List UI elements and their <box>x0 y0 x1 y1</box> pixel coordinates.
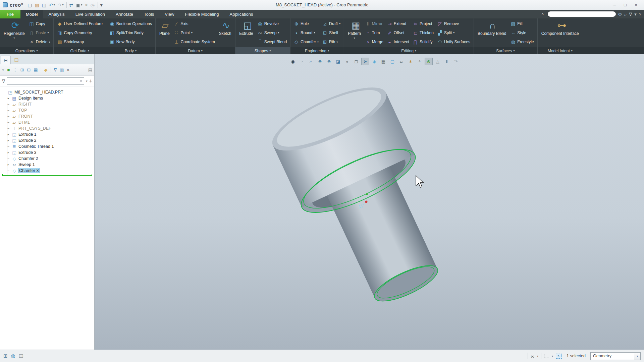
close-window-icon[interactable]: × <box>85 3 88 7</box>
hole-icon[interactable]: ⊚ Hole ▾ <box>292 21 320 27</box>
zoom-out-icon[interactable]: ⊖ <box>325 58 333 65</box>
project-icon[interactable]: ≋ Project ▾ <box>411 21 435 27</box>
tree-expand-icon[interactable]: ▸ <box>7 139 10 142</box>
tree-item[interactable]: ▸ ▤ Design Items <box>2 95 94 101</box>
tree-item[interactable]: – ▱ DTM1 <box>2 119 94 125</box>
annotation-display-icon[interactable]: ⌖ <box>416 58 424 65</box>
ribbon-group-label[interactable]: Surfaces ▾ <box>474 47 537 54</box>
unify-surfaces-icon[interactable]: ◠ Unify Surfaces ▾ <box>436 39 472 45</box>
customize-qat-icon[interactable]: ▾ <box>100 3 103 7</box>
sketch-icon[interactable]: ∿ Sketch ▾ <box>217 19 233 47</box>
more-options-dots-icon[interactable]: ⋮ <box>13 68 17 72</box>
message-log-icon[interactable]: ▤ <box>19 353 23 359</box>
tree-item[interactable]: – ⊥ PRT_CSYS_DEF <box>2 125 94 131</box>
datum-point-icon[interactable]: ∷ Point ▾ <box>172 30 216 36</box>
simulation-warning-icon[interactable]: △ <box>434 58 442 65</box>
trim-icon[interactable]: ◔ Trim ▾ <box>364 30 385 36</box>
round-icon[interactable]: ◗ Round ▾ <box>292 30 320 36</box>
maximize-button[interactable]: □ <box>621 2 630 8</box>
new-file-icon[interactable]: ▢ <box>28 3 32 7</box>
tree-expand-icon[interactable]: ▸ <box>7 163 10 166</box>
model-scope-icon[interactable]: ■ <box>7 68 10 72</box>
ribbon-group-label[interactable]: Operations ▾ <box>0 47 53 54</box>
regenerate-manager-icon[interactable]: ⇄ <box>69 3 73 7</box>
intersect-icon[interactable]: ◒ Intersect ▾ <box>385 39 411 45</box>
datum-axis-icon[interactable]: ∕ Axis ▾ <box>172 21 216 27</box>
tree-item[interactable]: – ▱ FRONT <box>2 113 94 119</box>
dropdown-arrow-icon[interactable]: ▾ <box>54 3 55 6</box>
shrinkwrap-icon[interactable]: ▧ Shrinkwrap ▾ <box>55 39 104 45</box>
minimize-button[interactable]: – <box>610 2 619 8</box>
datum-plane-icon[interactable]: ▱ Plane ▾ <box>157 19 172 47</box>
udf-library-icon[interactable]: ◆ <box>44 68 48 72</box>
socket-head-screw-model[interactable] <box>95 54 644 350</box>
split-icon[interactable]: ▞ Split ▾ <box>436 30 472 36</box>
folder-browser-tab[interactable]: ❏ <box>11 56 21 64</box>
chamfer-icon[interactable]: ◇ Chamfer ▾ <box>292 39 320 45</box>
find-options-arrow-icon[interactable]: ▾ <box>537 355 538 358</box>
dropdown-arrow-icon[interactable]: ▾ <box>81 3 82 6</box>
find-binoculars-icon[interactable]: ∞ <box>531 353 534 359</box>
saved-orientations-icon[interactable]: ◻ <box>352 58 360 65</box>
ribbon-group-label[interactable]: Engineering ▾ <box>290 47 343 54</box>
tree-item[interactable]: ▸ ◱ Extrude 1 <box>2 131 94 137</box>
overflow-icon[interactable]: » <box>67 68 69 72</box>
capture-image-icon[interactable]: ▦ <box>379 58 387 65</box>
tree-back-arrow-icon[interactable]: ▾ <box>2 68 4 72</box>
tree-item[interactable]: ▸ ∾ Sweep 1 <box>2 162 94 168</box>
dropdown-arrow-icon[interactable]: ▾ <box>62 3 63 6</box>
expand-all-icon[interactable]: ⊞ <box>20 68 24 72</box>
datum-display-icon[interactable]: ▱ <box>397 58 406 65</box>
revolve-icon[interactable]: ◎ Revolve ▾ <box>256 21 288 27</box>
display-filters-icon[interactable]: ◉ <box>289 58 297 65</box>
tab-file[interactable]: File <box>0 10 20 18</box>
close-button[interactable]: × <box>631 2 641 8</box>
collapse-all-icon[interactable]: ⊟ <box>27 68 31 72</box>
repaint-icon[interactable]: ◪ <box>334 58 342 65</box>
coordinate-system-icon[interactable]: ⊥ Coordinate System ▾ <box>172 39 216 45</box>
collapse-ribbon-icon[interactable]: ˄ <box>540 12 545 17</box>
open-file-icon[interactable]: ▨ <box>35 3 39 7</box>
copy-geometry-icon[interactable]: ◨ Copy Geometry ▾ <box>55 30 104 36</box>
filter-funnel-icon[interactable]: ∇ <box>629 12 632 16</box>
merge-icon[interactable]: ◑ Merge ▾ <box>364 39 385 45</box>
tab-model[interactable]: Model <box>20 10 43 18</box>
selection-filter-combo[interactable]: Geometry ▾ <box>590 352 641 360</box>
ribbon-group-label[interactable]: Body ▾ <box>106 47 155 54</box>
graphics-area[interactable]: ◉◔⌕⊕⊖◪●◻➤◈▦▢▱∗⌖⊛△‖↷ <box>95 54 644 350</box>
tree-expand-icon[interactable]: – <box>7 121 10 124</box>
section-view-icon[interactable]: ◈ <box>370 58 378 65</box>
add-filter-icon[interactable]: + <box>89 78 92 84</box>
display-style-icon[interactable]: ● <box>343 58 351 65</box>
tree-filters-icon[interactable]: ∇ <box>54 68 57 72</box>
zoom-in-icon[interactable]: ⊕ <box>316 58 324 65</box>
session-history-icon[interactable]: ◷ <box>91 3 95 7</box>
tree-expand-icon[interactable]: – <box>7 145 10 148</box>
tab-applications[interactable]: Applications <box>224 10 258 18</box>
delete-icon[interactable]: × Delete ▾ <box>28 39 52 45</box>
help-icon[interactable]: ? <box>639 12 641 16</box>
tree-expand-icon[interactable]: ▸ <box>7 97 10 100</box>
tree-item[interactable]: ◳ M8_SOCKET_HEAD.PRT <box>2 89 94 95</box>
tab-annotate[interactable]: Annotate <box>110 10 139 18</box>
tab-tools[interactable]: Tools <box>139 10 159 18</box>
refit-icon[interactable]: ⌕ <box>307 58 315 65</box>
boundary-blend-icon[interactable]: ∩ Boundary Blend ▾ <box>476 19 508 47</box>
tree-item[interactable]: ▸ ◱ Extrude 3 <box>2 149 94 156</box>
settings-gear-icon[interactable]: ⚙ <box>618 12 622 16</box>
pattern-icon[interactable]: ▦ Pattern ▾ <box>346 19 363 47</box>
tree-expand-icon[interactable]: – <box>7 109 10 112</box>
style-icon[interactable]: ⌢ Style ▾ <box>509 30 535 36</box>
search-icon[interactable]: ⌕ <box>624 12 627 16</box>
component-interface-icon[interactable]: ⊶ Component Interface ▾ <box>539 19 581 47</box>
offset-icon[interactable]: ⇗ Offset ▾ <box>385 30 411 36</box>
mirror-icon[interactable]: ‖ Mirror ▾ <box>364 21 385 27</box>
regenerate-icon[interactable]: ⟳ Regenerate ▾ <box>2 19 27 47</box>
pause-icon[interactable]: ‖ <box>443 58 451 65</box>
tab-analysis[interactable]: Analysis <box>43 10 70 18</box>
command-search-input[interactable] <box>547 11 616 17</box>
extend-icon[interactable]: ⇥ Extend ▾ <box>385 21 411 27</box>
tree-expand-icon[interactable]: ▸ <box>7 151 10 154</box>
copy-icon[interactable]: ◫ Copy ▾ <box>28 21 52 27</box>
new-body-icon[interactable]: ▣ New Body ▾ <box>108 39 153 45</box>
